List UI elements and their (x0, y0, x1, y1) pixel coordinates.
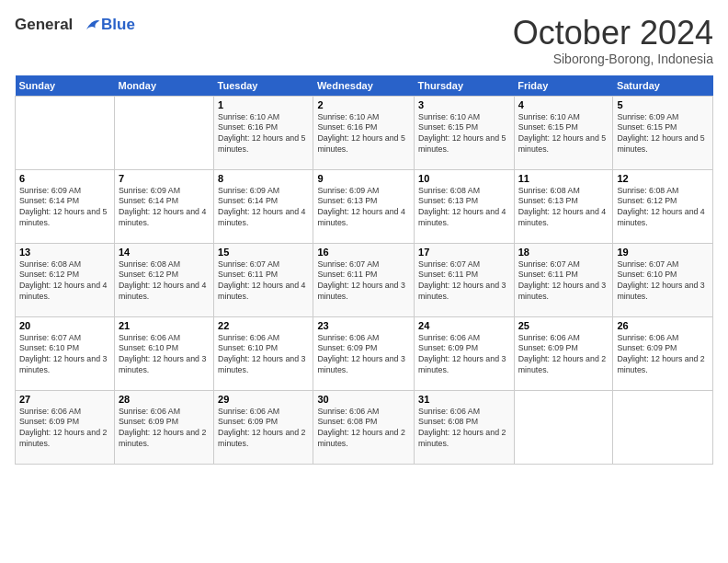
day-number: 14 (119, 247, 210, 258)
title-block: October 2024 Siborong-Borong, Indonesia (513, 15, 713, 66)
logo-bird-icon (79, 15, 101, 37)
table-row: 13Sunrise: 6:08 AM Sunset: 6:12 PM Dayli… (16, 243, 115, 316)
day-number: 26 (617, 320, 709, 331)
table-row: 7Sunrise: 6:09 AM Sunset: 6:14 PM Daylig… (114, 169, 213, 243)
table-row: 5Sunrise: 6:09 AM Sunset: 6:15 PM Daylig… (613, 96, 713, 169)
day-number: 2 (317, 99, 410, 110)
page-header: General Blue October 2024 Siborong-Boron… (15, 15, 713, 66)
day-info: Sunrise: 6:10 AM Sunset: 6:16 PM Dayligh… (218, 112, 309, 156)
table-row: 19Sunrise: 6:07 AM Sunset: 6:10 PM Dayli… (613, 243, 713, 316)
day-number: 31 (418, 394, 510, 405)
table-row: 2Sunrise: 6:10 AM Sunset: 6:16 PM Daylig… (313, 96, 415, 169)
day-info: Sunrise: 6:06 AM Sunset: 6:09 PM Dayligh… (119, 407, 210, 451)
day-number: 3 (418, 99, 510, 110)
day-info: Sunrise: 6:06 AM Sunset: 6:10 PM Dayligh… (218, 333, 309, 377)
day-info: Sunrise: 6:06 AM Sunset: 6:09 PM Dayligh… (617, 333, 709, 377)
table-row: 23Sunrise: 6:06 AM Sunset: 6:09 PM Dayli… (313, 316, 415, 390)
day-number: 23 (317, 320, 410, 331)
day-info: Sunrise: 6:08 AM Sunset: 6:13 PM Dayligh… (418, 186, 510, 230)
table-row: 14Sunrise: 6:08 AM Sunset: 6:12 PM Dayli… (114, 243, 213, 316)
table-row: 29Sunrise: 6:06 AM Sunset: 6:09 PM Dayli… (214, 390, 313, 464)
day-info: Sunrise: 6:07 AM Sunset: 6:10 PM Dayligh… (617, 259, 709, 304)
day-info: Sunrise: 6:06 AM Sunset: 6:08 PM Dayligh… (317, 407, 410, 451)
table-row (514, 390, 613, 464)
header-wednesday: Wednesday (313, 75, 415, 97)
table-row: 31Sunrise: 6:06 AM Sunset: 6:08 PM Dayli… (415, 390, 515, 464)
calendar-table: Sunday Monday Tuesday Wednesday Thursday… (15, 75, 713, 465)
day-info: Sunrise: 6:07 AM Sunset: 6:11 PM Dayligh… (518, 259, 609, 304)
table-row: 12Sunrise: 6:08 AM Sunset: 6:12 PM Dayli… (613, 169, 713, 243)
calendar-week-row: 1Sunrise: 6:10 AM Sunset: 6:16 PM Daylig… (16, 96, 713, 169)
table-row: 6Sunrise: 6:09 AM Sunset: 6:14 PM Daylig… (16, 169, 115, 243)
day-info: Sunrise: 6:10 AM Sunset: 6:15 PM Dayligh… (418, 112, 510, 156)
day-number: 17 (418, 247, 510, 258)
table-row: 3Sunrise: 6:10 AM Sunset: 6:15 PM Daylig… (415, 96, 515, 169)
day-number: 30 (317, 394, 410, 405)
day-number: 4 (518, 99, 609, 110)
day-info: Sunrise: 6:09 AM Sunset: 6:15 PM Dayligh… (617, 112, 709, 156)
table-row: 27Sunrise: 6:06 AM Sunset: 6:09 PM Dayli… (16, 390, 115, 464)
table-row: 18Sunrise: 6:07 AM Sunset: 6:11 PM Dayli… (514, 243, 613, 316)
table-row (16, 96, 115, 169)
day-info: Sunrise: 6:09 AM Sunset: 6:13 PM Dayligh… (317, 186, 410, 230)
day-info: Sunrise: 6:07 AM Sunset: 6:10 PM Dayligh… (19, 333, 110, 377)
day-number: 7 (119, 173, 210, 184)
day-number: 27 (19, 394, 110, 405)
day-info: Sunrise: 6:06 AM Sunset: 6:09 PM Dayligh… (19, 407, 110, 451)
table-row: 26Sunrise: 6:06 AM Sunset: 6:09 PM Dayli… (613, 316, 713, 390)
month-title: October 2024 (513, 15, 713, 52)
day-info: Sunrise: 6:10 AM Sunset: 6:15 PM Dayligh… (518, 112, 609, 156)
header-monday: Monday (114, 75, 213, 97)
day-info: Sunrise: 6:06 AM Sunset: 6:09 PM Dayligh… (317, 333, 410, 377)
table-row: 10Sunrise: 6:08 AM Sunset: 6:13 PM Dayli… (415, 169, 515, 243)
table-row: 25Sunrise: 6:06 AM Sunset: 6:09 PM Dayli… (514, 316, 613, 390)
table-row: 21Sunrise: 6:06 AM Sunset: 6:10 PM Dayli… (114, 316, 213, 390)
logo-blue: Blue (101, 16, 135, 34)
header-friday: Friday (514, 75, 613, 97)
day-number: 5 (617, 99, 709, 110)
calendar-week-row: 6Sunrise: 6:09 AM Sunset: 6:14 PM Daylig… (16, 169, 713, 243)
day-number: 16 (317, 247, 410, 258)
day-info: Sunrise: 6:06 AM Sunset: 6:08 PM Dayligh… (418, 407, 510, 451)
table-row: 8Sunrise: 6:09 AM Sunset: 6:14 PM Daylig… (214, 169, 313, 243)
day-info: Sunrise: 6:06 AM Sunset: 6:09 PM Dayligh… (218, 407, 309, 451)
day-info: Sunrise: 6:06 AM Sunset: 6:09 PM Dayligh… (518, 333, 609, 377)
logo-general: General (15, 16, 73, 33)
table-row: 11Sunrise: 6:08 AM Sunset: 6:13 PM Dayli… (514, 169, 613, 243)
header-saturday: Saturday (613, 75, 713, 97)
table-row: 4Sunrise: 6:10 AM Sunset: 6:15 PM Daylig… (514, 96, 613, 169)
day-number: 9 (317, 173, 410, 184)
calendar-week-row: 27Sunrise: 6:06 AM Sunset: 6:09 PM Dayli… (16, 390, 713, 464)
day-info: Sunrise: 6:07 AM Sunset: 6:11 PM Dayligh… (418, 259, 510, 304)
day-info: Sunrise: 6:08 AM Sunset: 6:12 PM Dayligh… (19, 259, 110, 304)
table-row: 17Sunrise: 6:07 AM Sunset: 6:11 PM Dayli… (415, 243, 515, 316)
day-number: 15 (218, 247, 309, 258)
day-number: 21 (119, 320, 210, 331)
table-row: 9Sunrise: 6:09 AM Sunset: 6:13 PM Daylig… (313, 169, 415, 243)
table-row: 15Sunrise: 6:07 AM Sunset: 6:11 PM Dayli… (214, 243, 313, 316)
day-number: 20 (19, 320, 110, 331)
header-thursday: Thursday (415, 75, 515, 97)
day-number: 6 (19, 173, 110, 184)
day-number: 28 (119, 394, 210, 405)
day-number: 25 (518, 320, 609, 331)
table-row: 22Sunrise: 6:06 AM Sunset: 6:10 PM Dayli… (214, 316, 313, 390)
calendar-header-row: Sunday Monday Tuesday Wednesday Thursday… (16, 75, 713, 97)
day-info: Sunrise: 6:09 AM Sunset: 6:14 PM Dayligh… (218, 186, 309, 230)
day-info: Sunrise: 6:08 AM Sunset: 6:12 PM Dayligh… (617, 186, 709, 230)
day-number: 29 (218, 394, 309, 405)
day-number: 12 (617, 173, 709, 184)
table-row: 28Sunrise: 6:06 AM Sunset: 6:09 PM Dayli… (114, 390, 213, 464)
day-info: Sunrise: 6:07 AM Sunset: 6:11 PM Dayligh… (317, 259, 410, 304)
day-number: 22 (218, 320, 309, 331)
calendar-week-row: 13Sunrise: 6:08 AM Sunset: 6:12 PM Dayli… (16, 243, 713, 316)
table-row (613, 390, 713, 464)
table-row: 20Sunrise: 6:07 AM Sunset: 6:10 PM Dayli… (16, 316, 115, 390)
day-number: 8 (218, 173, 309, 184)
day-info: Sunrise: 6:08 AM Sunset: 6:13 PM Dayligh… (518, 186, 609, 230)
day-number: 1 (218, 99, 309, 110)
day-info: Sunrise: 6:06 AM Sunset: 6:10 PM Dayligh… (119, 333, 210, 377)
logo: General Blue (15, 15, 135, 37)
day-number: 24 (418, 320, 510, 331)
table-row: 30Sunrise: 6:06 AM Sunset: 6:08 PM Dayli… (313, 390, 415, 464)
